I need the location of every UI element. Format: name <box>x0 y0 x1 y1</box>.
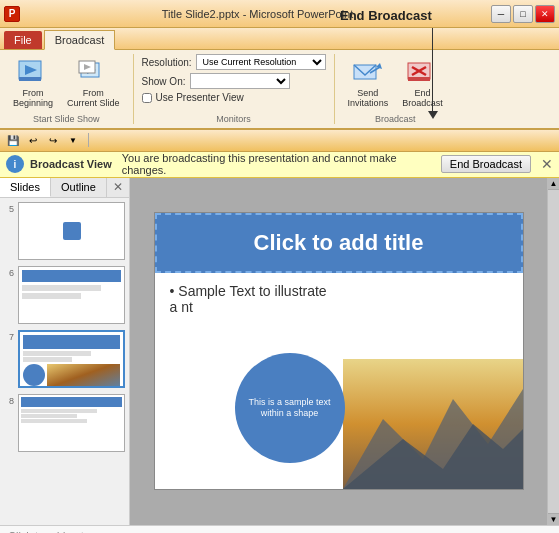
slideshow-buttons: FromBeginning FromCurrent Slide <box>8 54 125 112</box>
slide-thumbnail-5[interactable]: 5 <box>4 202 125 260</box>
thumb-7-line1 <box>23 351 91 356</box>
tab-file[interactable]: File <box>4 31 42 49</box>
thumb-8-line1 <box>21 409 97 413</box>
notes-area[interactable]: Click to add notes <box>0 525 559 533</box>
main-area: Slides Outline ✕ 5 6 <box>0 178 559 525</box>
thumb-5-icon <box>63 222 81 240</box>
thumb-7-circle <box>23 364 45 386</box>
slide-num-5: 5 <box>4 202 14 214</box>
thumb-7-mountain <box>47 364 120 386</box>
right-scrollbar[interactable]: ▲ ▼ <box>547 178 559 525</box>
restore-button[interactable]: □ <box>513 5 533 23</box>
broadcast-notification-bar: i Broadcast View You are broadcasting th… <box>0 152 559 178</box>
window-controls: ─ □ ✕ <box>491 5 555 23</box>
thumb-8-header <box>21 397 122 407</box>
ribbon-group-monitors: Resolution: Use Current Resolution Show … <box>142 54 335 124</box>
quick-access-toolbar: 💾 ↩ ↪ ▼ <box>0 130 559 152</box>
scroll-down-button[interactable]: ▼ <box>548 513 559 525</box>
qa-dropdown[interactable]: ▼ <box>64 131 82 149</box>
monitors-options: Resolution: Use Current Resolution Show … <box>142 54 326 103</box>
ribbon-tabs: File Broadcast <box>0 28 559 50</box>
thumb-8-line2 <box>21 414 77 418</box>
slide-num-6: 6 <box>4 266 14 278</box>
from-beginning-label: FromBeginning <box>13 89 53 109</box>
broadcast-bar-close-icon[interactable]: ✕ <box>541 156 553 172</box>
slide-thumbnail-7[interactable]: 7 <box>4 330 125 388</box>
slide-panel-close-button[interactable]: ✕ <box>107 178 129 197</box>
show-on-label: Show On: <box>142 76 186 87</box>
undo-button[interactable]: ↩ <box>24 131 42 149</box>
presenter-view-checkbox[interactable] <box>142 93 152 103</box>
close-button[interactable]: ✕ <box>535 5 555 23</box>
ribbon-group-slideshow: FromBeginning FromCurrent Slide Start Sl… <box>8 54 134 124</box>
slide-num-8: 8 <box>4 394 14 406</box>
slide-panel: Slides Outline ✕ 5 6 <box>0 178 130 525</box>
show-on-row: Show On: <box>142 73 326 89</box>
broadcast-view-label: Broadcast View <box>30 158 112 170</box>
svg-rect-13 <box>408 77 430 81</box>
thumb-6-line2 <box>22 293 81 299</box>
save-button-qa[interactable]: 💾 <box>4 131 22 149</box>
svg-rect-2 <box>19 77 41 81</box>
broadcast-message: You are broadcasting this presentation a… <box>122 152 435 176</box>
presenter-view-label: Use Presenter View <box>156 92 244 103</box>
slide-panel-tabs: Slides Outline ✕ <box>0 178 129 198</box>
end-broadcast-icon <box>406 57 438 89</box>
from-current-slide-button[interactable]: FromCurrent Slide <box>62 54 125 112</box>
window-title: Title Slide2.pptx - Microsoft PowerPoint <box>24 8 491 20</box>
slide-bullet-1: • Sample Text to illustrate <box>170 283 327 299</box>
slideshow-group-label: Start Slide Show <box>33 112 100 124</box>
slide-circle-text: This is a sample text within a shape <box>235 389 345 428</box>
redo-button[interactable]: ↪ <box>44 131 62 149</box>
tab-slides[interactable]: Slides <box>0 178 51 197</box>
send-invitations-icon <box>352 57 384 89</box>
slide-num-7: 7 <box>4 330 14 342</box>
slide-thumbnail-6[interactable]: 6 <box>4 266 125 324</box>
thumb-6-line1 <box>22 285 101 291</box>
monitors-group-label: Monitors <box>216 112 251 124</box>
thumb-6-header <box>22 270 121 282</box>
thumb-7-header <box>23 335 120 349</box>
from-current-slide-icon <box>77 57 109 89</box>
slide-body-area[interactable]: • Sample Text to illustrate a nt This is… <box>155 273 523 489</box>
slide-title-area[interactable]: Click to add title <box>155 213 523 273</box>
broadcast-info-icon: i <box>6 155 24 173</box>
separator <box>88 133 89 147</box>
show-on-select[interactable] <box>190 73 290 89</box>
thumb-7-line2 <box>23 357 72 362</box>
thumb-8-line3 <box>21 419 87 423</box>
from-beginning-button[interactable]: FromBeginning <box>8 54 58 112</box>
scroll-up-button[interactable]: ▲ <box>548 178 559 190</box>
send-invitations-button[interactable]: SendInvitations <box>343 54 394 112</box>
minimize-button[interactable]: ─ <box>491 5 511 23</box>
send-invitations-label: SendInvitations <box>348 89 389 109</box>
ribbon: FromBeginning FromCurrent Slide Start Sl… <box>0 50 559 130</box>
from-beginning-icon <box>17 57 49 89</box>
resolution-label: Resolution: <box>142 57 192 68</box>
slide-circle-shape[interactable]: This is a sample text within a shape <box>235 353 345 463</box>
from-current-slide-label: FromCurrent Slide <box>67 89 120 109</box>
slide-bg-mountain <box>343 359 523 489</box>
slide-bullet-2: a nt <box>170 299 193 315</box>
slide-thumb-img-5 <box>18 202 125 260</box>
slide-canvas[interactable]: Click to add title <box>154 212 524 490</box>
broadcast-buttons: SendInvitations EndBroadcast <box>343 54 448 112</box>
resolution-row: Resolution: Use Current Resolution <box>142 54 326 70</box>
app-icon: P <box>4 6 20 22</box>
end-broadcast-ribbon-label: EndBroadcast <box>402 89 443 109</box>
ribbon-group-broadcast: SendInvitations EndBroadcast Broadcast <box>343 54 456 124</box>
presenter-view-row: Use Presenter View <box>142 92 326 103</box>
tab-outline[interactable]: Outline <box>51 178 107 197</box>
broadcast-group-label: Broadcast <box>375 112 416 124</box>
scroll-track <box>548 190 559 513</box>
slide-thumbnail-8[interactable]: 8 <box>4 394 125 452</box>
resolution-select[interactable]: Use Current Resolution <box>196 54 326 70</box>
end-broadcast-ribbon-button[interactable]: EndBroadcast <box>397 54 448 112</box>
slide-editor: Click to add title <box>130 178 547 525</box>
slide-thumb-img-8 <box>18 394 125 452</box>
end-broadcast-bar-button[interactable]: End Broadcast <box>441 155 531 173</box>
tab-broadcast[interactable]: Broadcast <box>44 30 116 50</box>
monitors-content: Resolution: Use Current Resolution Show … <box>142 54 326 112</box>
title-bar: P Title Slide2.pptx - Microsoft PowerPoi… <box>0 0 559 28</box>
slide-title-text: Click to add title <box>254 230 424 256</box>
